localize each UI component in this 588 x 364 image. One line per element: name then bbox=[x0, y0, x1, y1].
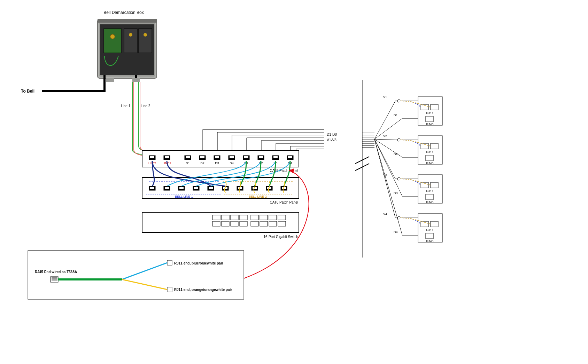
wp2-rj11: RJ11 bbox=[426, 150, 433, 154]
svg-rect-41 bbox=[194, 187, 198, 189]
svg-point-83 bbox=[397, 100, 400, 102]
svg-rect-71 bbox=[278, 221, 286, 226]
pp2-bell1: BELL LINE 1 bbox=[175, 195, 193, 198]
svg-rect-20 bbox=[200, 156, 204, 158]
svg-rect-30 bbox=[273, 156, 278, 158]
network-diagram: Bell Demarcation Box To Bell Line 1 bbox=[0, 0, 588, 364]
pp1-port-d3: D3 bbox=[215, 161, 219, 165]
svg-rect-62 bbox=[269, 215, 277, 220]
svg-rect-18 bbox=[186, 156, 190, 158]
wp2-rj45: RJ45 bbox=[426, 161, 433, 165]
svg-rect-67 bbox=[240, 221, 247, 226]
svg-rect-87 bbox=[426, 116, 433, 122]
svg-rect-69 bbox=[260, 221, 268, 226]
svg-rect-73 bbox=[51, 277, 58, 282]
svg-rect-32 bbox=[288, 156, 292, 158]
wp4-d: D4 bbox=[394, 230, 398, 234]
svg-rect-58 bbox=[231, 215, 238, 220]
svg-rect-56 bbox=[212, 215, 220, 220]
svg-rect-92 bbox=[426, 155, 433, 161]
wp1-rj11: RJ11 bbox=[426, 111, 433, 115]
demarcation-box: Bell Demarcation Box bbox=[98, 10, 157, 82]
svg-rect-66 bbox=[231, 221, 238, 226]
svg-rect-37 bbox=[165, 187, 169, 189]
svg-rect-6 bbox=[124, 29, 137, 53]
svg-rect-2 bbox=[98, 19, 157, 23]
svg-rect-78 bbox=[167, 260, 172, 265]
wp3-rj11: RJ11 bbox=[426, 189, 433, 193]
svg-rect-97 bbox=[426, 194, 433, 200]
svg-rect-79 bbox=[167, 287, 172, 292]
svg-rect-91 bbox=[431, 143, 438, 149]
wp1-v: V1 bbox=[383, 95, 387, 99]
wp1-rj45: RJ45 bbox=[426, 122, 433, 126]
svg-rect-24 bbox=[230, 156, 234, 158]
svg-point-8 bbox=[129, 33, 132, 37]
line1-label: Line 1 bbox=[121, 104, 131, 108]
svg-rect-16 bbox=[165, 156, 169, 158]
demarc-lines: Line 1 Line 2 bbox=[121, 82, 171, 156]
svg-point-88 bbox=[397, 139, 400, 141]
pp1-port-d1: D1 bbox=[186, 161, 190, 165]
svg-rect-7 bbox=[139, 29, 152, 53]
bundle-d-label: D1-D8 bbox=[327, 133, 337, 136]
svg-point-5 bbox=[110, 34, 115, 39]
svg-rect-96 bbox=[431, 182, 438, 188]
legend-rj11-orange: RJ11 end, orange/orangewhite pair bbox=[174, 288, 232, 292]
svg-rect-64 bbox=[212, 221, 220, 226]
wall-plate-1: V1 D1 RJ11 RJ45 bbox=[374, 95, 442, 139]
wall-plate-group: V1 D1 RJ11 RJ45 V2 D2 RJ11 RJ45 bbox=[355, 80, 442, 258]
legend-rj45: RJ45 End wired as T568A bbox=[35, 270, 77, 274]
legend-rj11-blue: RJ11 end, blue/bluewhite pair bbox=[174, 261, 223, 265]
legend: RJ45 End wired as T568A RJ11 end, blue/b… bbox=[28, 251, 244, 299]
svg-rect-57 bbox=[222, 215, 229, 220]
svg-rect-86 bbox=[431, 104, 438, 110]
gigabit-switch: 16-Port Gigabit Switch bbox=[142, 212, 299, 239]
svg-point-9 bbox=[144, 33, 147, 37]
svg-rect-61 bbox=[260, 215, 268, 220]
svg-rect-28 bbox=[259, 156, 263, 158]
svg-rect-70 bbox=[269, 221, 277, 226]
wp4-rj45: RJ45 bbox=[426, 239, 433, 243]
pp2-label: CAT6 Patch Panel bbox=[270, 200, 298, 204]
svg-rect-4 bbox=[104, 29, 121, 53]
svg-rect-68 bbox=[251, 221, 258, 226]
svg-rect-35 bbox=[150, 187, 154, 189]
wp3-d: D3 bbox=[394, 191, 398, 195]
wp4-v: V4 bbox=[383, 212, 387, 216]
svg-rect-65 bbox=[222, 221, 229, 226]
pp1-port-d4: D4 bbox=[230, 161, 234, 165]
wp4-rj11: RJ11 bbox=[426, 228, 433, 232]
svg-rect-10 bbox=[106, 78, 114, 82]
wp2-d: D2 bbox=[394, 152, 398, 156]
svg-rect-72 bbox=[28, 251, 244, 299]
svg-rect-101 bbox=[431, 221, 438, 227]
pp1-port-d2: D2 bbox=[200, 161, 204, 165]
demarc-title: Bell Demarcation Box bbox=[103, 10, 144, 15]
to-bell-label: To Bell bbox=[21, 89, 34, 94]
svg-rect-43 bbox=[209, 187, 213, 189]
to-bell-line: To Bell bbox=[21, 82, 105, 94]
patch-panel-2: BELL LINE 1 BELL LINE 2 CAT6 Patch Panel bbox=[142, 177, 299, 204]
wp3-rj45: RJ45 bbox=[426, 200, 433, 204]
svg-rect-39 bbox=[179, 187, 184, 189]
svg-rect-102 bbox=[426, 233, 433, 239]
svg-rect-14 bbox=[150, 156, 154, 158]
svg-rect-22 bbox=[215, 156, 219, 158]
switch-label: 16-Port Gigabit Switch bbox=[264, 235, 299, 239]
svg-rect-63 bbox=[278, 215, 286, 220]
bundle-v-label: V1-V8 bbox=[327, 138, 336, 142]
cable-bundle-out: D1-D8 V1-V8 bbox=[203, 129, 337, 150]
svg-point-93 bbox=[397, 177, 400, 180]
svg-point-98 bbox=[397, 216, 400, 219]
svg-rect-59 bbox=[240, 215, 247, 220]
wp2-v: V2 bbox=[383, 134, 387, 138]
wp1-d: D1 bbox=[394, 113, 398, 117]
svg-rect-11 bbox=[132, 78, 140, 82]
line2-label: Line 2 bbox=[141, 104, 150, 108]
svg-rect-60 bbox=[251, 215, 258, 220]
pp2-bell2: BELL LINE 2 bbox=[249, 195, 267, 198]
svg-rect-26 bbox=[244, 156, 248, 158]
